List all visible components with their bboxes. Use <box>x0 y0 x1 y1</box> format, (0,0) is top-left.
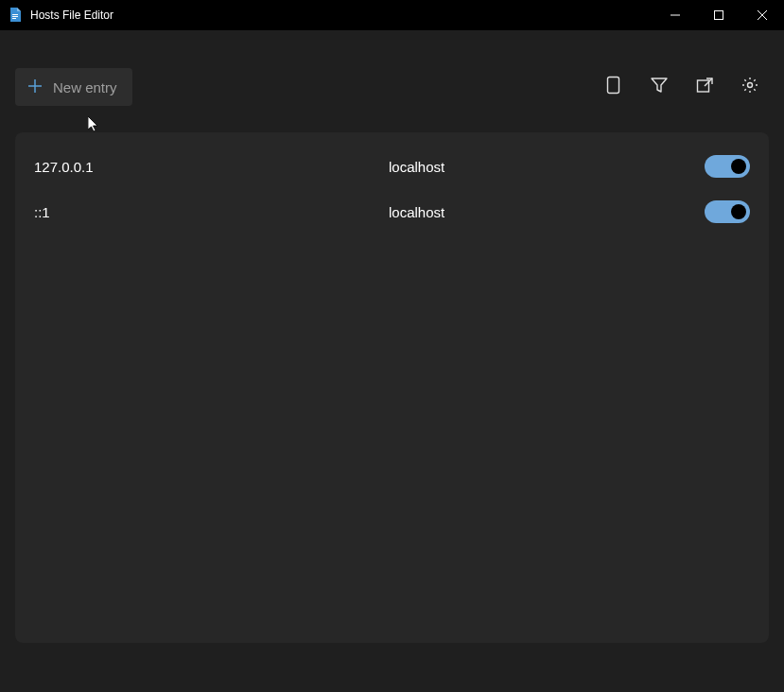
titlebar: Hosts File Editor <box>0 0 784 30</box>
open-external-icon <box>696 77 713 97</box>
entry-toggle[interactable] <box>705 155 750 178</box>
new-entry-label: New entry <box>53 79 117 95</box>
entry-address: ::1 <box>34 204 389 220</box>
svg-rect-4 <box>715 11 723 20</box>
entries-panel: 127.0.0.1 localhost ::1 localhost <box>15 132 769 643</box>
window-controls <box>653 0 784 30</box>
entry-hostname: localhost <box>389 159 705 175</box>
window-title: Hosts File Editor <box>30 9 653 22</box>
filter-button[interactable] <box>648 76 671 98</box>
toolbar-actions <box>602 76 769 98</box>
entry-toggle[interactable] <box>705 200 750 223</box>
new-entry-button[interactable]: New entry <box>15 68 132 106</box>
svg-rect-0 <box>12 14 18 15</box>
gear-icon <box>741 77 758 97</box>
app-icon <box>8 8 23 23</box>
svg-rect-1 <box>12 16 18 17</box>
document-icon <box>606 76 621 98</box>
toggle-knob <box>731 159 746 174</box>
content-area: New entry <box>0 30 784 658</box>
additional-lines-button[interactable] <box>602 76 625 98</box>
svg-rect-2 <box>12 18 16 19</box>
entry-hostname: localhost <box>389 204 705 220</box>
svg-rect-10 <box>698 80 709 92</box>
entry-row[interactable]: ::1 localhost <box>15 189 769 234</box>
entry-address: 127.0.0.1 <box>34 159 389 175</box>
settings-button[interactable] <box>739 76 761 98</box>
maximize-button[interactable] <box>697 0 740 30</box>
entry-row[interactable]: 127.0.0.1 localhost <box>15 144 769 189</box>
minimize-button[interactable] <box>653 0 697 30</box>
svg-rect-9 <box>608 78 619 94</box>
toolbar: New entry <box>15 68 769 106</box>
svg-point-12 <box>748 83 753 88</box>
close-button[interactable] <box>740 0 784 30</box>
filter-icon <box>651 77 668 97</box>
toggle-knob <box>731 204 746 219</box>
open-file-button[interactable] <box>693 76 716 98</box>
plus-icon <box>26 78 44 97</box>
